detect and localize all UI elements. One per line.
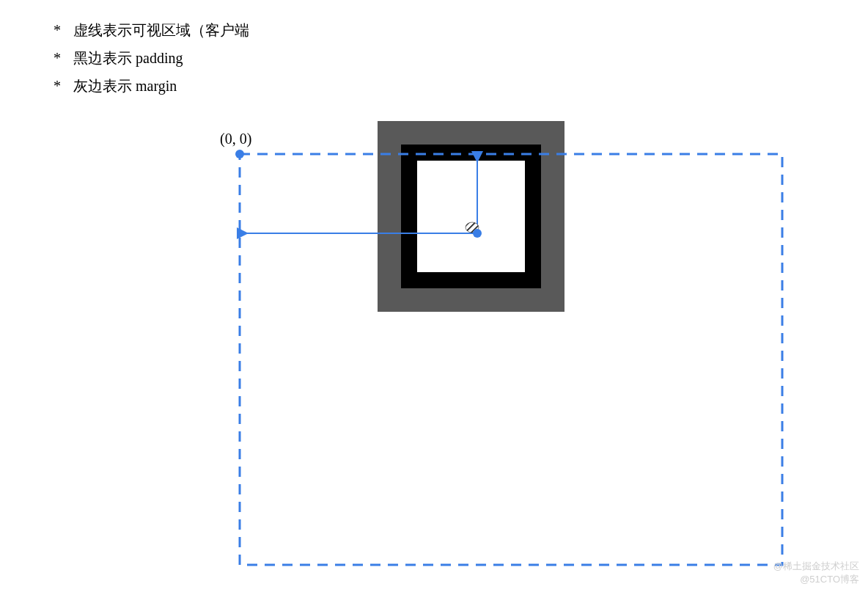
watermark-line: @51CTO博客 [800, 573, 859, 586]
diagram-canvas [0, 0, 868, 592]
watermark-line: @稀土掘金技术社区 [773, 560, 859, 573]
client-dot-icon [473, 229, 482, 238]
content-box [417, 161, 525, 272]
origin-dot-icon [235, 150, 244, 158]
